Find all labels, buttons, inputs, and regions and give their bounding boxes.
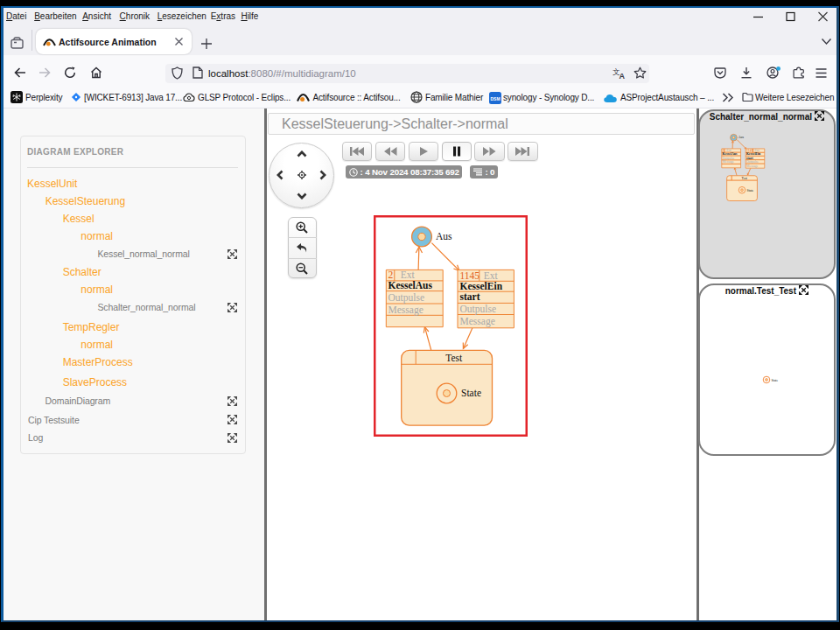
svg-text:DSM: DSM	[490, 95, 500, 101]
svg-text:State: State	[772, 379, 779, 382]
svg-text:A: A	[620, 72, 626, 80]
